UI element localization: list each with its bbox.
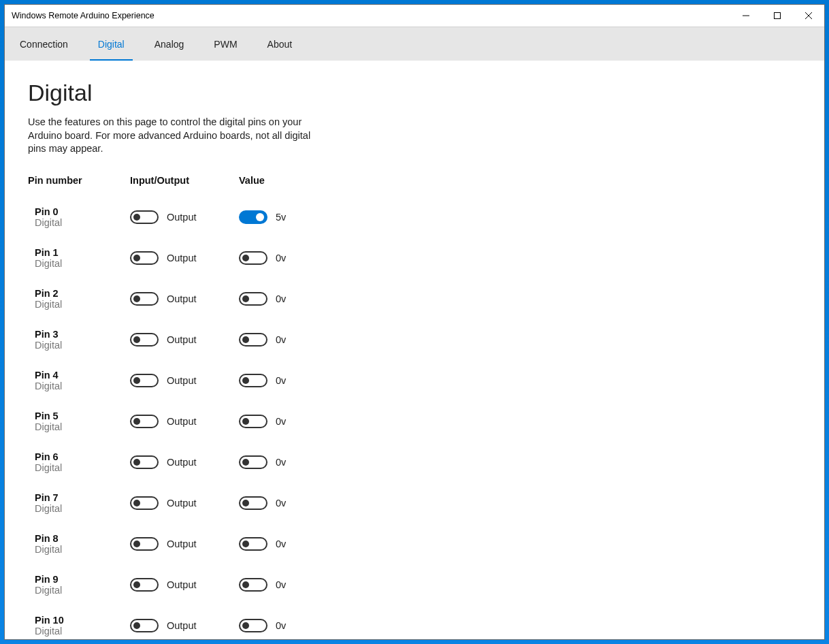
io-toggle[interactable]: [130, 578, 159, 592]
toggle-knob-icon: [242, 295, 249, 302]
value-toggle[interactable]: [239, 537, 267, 551]
value-label: 5v: [276, 212, 286, 223]
toggle-knob-icon: [242, 541, 249, 547]
pin-info: Pin 4Digital: [28, 370, 130, 391]
io-cell: Output: [130, 292, 239, 306]
toggle-knob-icon: [242, 581, 249, 588]
tab-analog[interactable]: Analog: [140, 27, 199, 61]
toggle-knob-icon: [242, 418, 249, 425]
pin-row: Pin 1DigitalOutput0v: [28, 238, 801, 278]
value-toggle[interactable]: [239, 210, 267, 224]
io-toggle[interactable]: [130, 374, 159, 387]
pin-name: Pin 8: [35, 533, 130, 544]
value-label: 0v: [276, 293, 286, 304]
pin-type: Digital: [35, 381, 130, 391]
pin-info: Pin 1Digital: [28, 247, 130, 269]
value-toggle[interactable]: [239, 251, 267, 265]
io-cell: Output: [130, 578, 239, 592]
io-toggle[interactable]: [130, 415, 159, 428]
toggle-knob-icon: [242, 622, 249, 629]
toggle-knob-icon: [256, 213, 264, 221]
value-toggle[interactable]: [239, 496, 267, 510]
value-label: 0v: [276, 620, 286, 631]
pin-type: Digital: [35, 421, 130, 432]
value-cell: 0v: [239, 251, 348, 265]
page-content[interactable]: Digital Use the features on this page to…: [5, 61, 824, 639]
pin-info: Pin 6Digital: [28, 451, 130, 473]
value-label: 0v: [276, 538, 286, 549]
pin-info: Pin 8Digital: [28, 533, 130, 555]
toggle-knob-icon: [133, 418, 140, 425]
io-label: Output: [167, 375, 197, 386]
pin-row: Pin 8DigitalOutput0v: [28, 524, 801, 564]
value-toggle[interactable]: [239, 292, 267, 306]
value-label: 0v: [276, 334, 286, 345]
pin-row: Pin 9DigitalOutput0v: [28, 564, 801, 605]
io-toggle[interactable]: [130, 333, 159, 347]
maximize-button[interactable]: [762, 5, 793, 27]
pin-name: Pin 2: [35, 288, 130, 299]
tab-connection[interactable]: Connection: [5, 27, 83, 61]
io-label: Output: [167, 212, 197, 223]
io-cell: Output: [130, 374, 239, 387]
col-header-value: Value: [239, 175, 348, 186]
pin-row: Pin 5DigitalOutput0v: [28, 401, 801, 442]
toggle-knob-icon: [133, 336, 140, 343]
value-toggle[interactable]: [239, 455, 267, 469]
value-toggle[interactable]: [239, 619, 267, 632]
value-cell: 5v: [239, 210, 348, 224]
io-toggle[interactable]: [130, 455, 159, 469]
pin-type: Digital: [35, 462, 130, 473]
pin-row: Pin 6DigitalOutput0v: [28, 442, 801, 483]
value-label: 0v: [276, 253, 286, 263]
io-label: Output: [167, 620, 197, 631]
value-toggle[interactable]: [239, 333, 267, 347]
value-toggle[interactable]: [239, 374, 267, 387]
pin-info: Pin 7Digital: [28, 492, 130, 514]
value-toggle[interactable]: [239, 578, 267, 592]
pin-name: Pin 6: [35, 451, 130, 462]
pin-row: Pin 4DigitalOutput0v: [28, 360, 801, 401]
tab-digital[interactable]: Digital: [83, 27, 140, 61]
pin-row: Pin 0DigitalOutput5v: [28, 197, 801, 238]
io-toggle[interactable]: [130, 537, 159, 551]
value-toggle[interactable]: [239, 415, 267, 428]
tab-about[interactable]: About: [253, 27, 308, 61]
value-label: 0v: [276, 457, 286, 468]
col-header-pin: Pin number: [28, 175, 130, 186]
io-toggle[interactable]: [130, 292, 159, 306]
io-label: Output: [167, 334, 197, 345]
value-cell: 0v: [239, 292, 348, 306]
io-toggle[interactable]: [130, 619, 159, 632]
tab-bar: ConnectionDigitalAnalogPWMAbout: [5, 27, 824, 61]
toggle-knob-icon: [242, 459, 249, 466]
app-window: Windows Remote Arduino Experience Connec…: [4, 4, 825, 640]
io-toggle[interactable]: [130, 496, 159, 510]
io-toggle[interactable]: [130, 210, 159, 224]
pins-list: Pin 0DigitalOutput5vPin 1DigitalOutput0v…: [28, 197, 801, 639]
value-cell: 0v: [239, 496, 348, 510]
pin-info: Pin 10Digital: [28, 615, 130, 637]
io-label: Output: [167, 293, 197, 304]
value-cell: 0v: [239, 537, 348, 551]
pin-info: Pin 3Digital: [28, 329, 130, 351]
pin-name: Pin 7: [35, 492, 130, 503]
io-cell: Output: [130, 210, 239, 224]
pin-name: Pin 9: [35, 574, 130, 585]
pin-type: Digital: [35, 544, 130, 555]
pin-row: Pin 3DigitalOutput0v: [28, 319, 801, 360]
io-label: Output: [167, 416, 197, 427]
io-label: Output: [167, 498, 197, 509]
pin-info: Pin 9Digital: [28, 574, 130, 596]
tab-pwm[interactable]: PWM: [199, 27, 252, 61]
pin-name: Pin 3: [35, 329, 130, 340]
close-button[interactable]: [793, 5, 824, 27]
value-cell: 0v: [239, 619, 348, 632]
io-toggle[interactable]: [130, 251, 159, 265]
toggle-knob-icon: [133, 214, 140, 221]
titlebar: Windows Remote Arduino Experience: [5, 5, 824, 27]
maximize-icon: [774, 12, 781, 19]
minimize-button[interactable]: [730, 5, 762, 27]
pin-type: Digital: [35, 585, 130, 596]
io-label: Output: [167, 579, 197, 590]
